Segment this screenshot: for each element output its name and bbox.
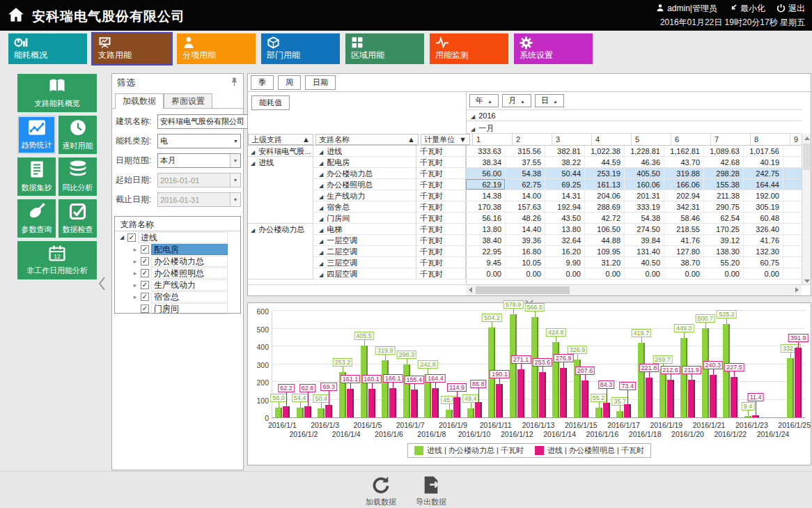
value-cell[interactable]: 315.56 <box>506 146 545 157</box>
nav-tab-department-energy[interactable]: 部门用能 <box>261 33 340 64</box>
value-cell[interactable]: 166.06 <box>664 179 704 190</box>
value-cell[interactable]: 161.13 <box>585 179 625 190</box>
branch-name-cell[interactable]: ◢门房间 <box>313 213 416 224</box>
field-control-2[interactable]: 本月▼ <box>157 153 241 168</box>
value-cell[interactable]: 288.69 <box>585 201 625 213</box>
day-column-header-2[interactable]: 2 <box>512 134 552 145</box>
value-cell[interactable]: 131.40 <box>625 246 664 257</box>
branch-name-cell[interactable]: ◢一层空调 <box>313 235 416 246</box>
value-cell[interactable]: 58.46 <box>664 213 704 224</box>
day-column-header-3[interactable]: 3 <box>552 134 591 145</box>
checkbox[interactable]: ✓ <box>141 281 149 289</box>
collapsed-arrow-icon[interactable]: ▸ <box>132 293 139 300</box>
parent-branch-cell[interactable] <box>248 179 313 190</box>
parent-branch-cell[interactable] <box>248 268 313 279</box>
value-cell[interactable]: 43.50 <box>545 213 585 224</box>
day-column-header-4[interactable]: 4 <box>591 134 631 145</box>
day-column-header-7[interactable]: 7 <box>710 134 750 145</box>
value-cell[interactable]: 290.75 <box>704 201 744 213</box>
value-cell-partial[interactable] <box>783 235 802 246</box>
value-cell[interactable]: 41.76 <box>744 235 783 246</box>
measure-chip[interactable]: 能耗值 <box>251 95 290 110</box>
value-cell[interactable]: 42.68 <box>704 157 744 168</box>
branch-name-cell[interactable]: ◢宿舍总 <box>313 201 416 213</box>
tree-node-生产线动力[interactable]: ▸✓生产线动力 <box>115 279 240 291</box>
sidebar-item-nonworkday-analysis[interactable]: 12非工作日用能分析 <box>17 241 97 279</box>
value-cell[interactable]: 138.30 <box>704 246 744 257</box>
pin-icon[interactable] <box>231 77 238 88</box>
value-cell[interactable]: 242.75 <box>744 168 783 179</box>
value-cell[interactable]: 333.63 <box>466 146 506 157</box>
column-chip-2[interactable]: 日▲ <box>535 94 564 107</box>
day-column-header-8[interactable]: 8 <box>750 134 790 145</box>
value-cell[interactable]: 1,162.81 <box>664 146 704 157</box>
home-icon[interactable] <box>7 6 25 26</box>
value-cell[interactable]: 54.38 <box>506 168 545 179</box>
value-cell[interactable]: 60.48 <box>744 213 783 224</box>
value-cell[interactable]: 0.00 <box>625 268 664 279</box>
value-cell[interactable]: 38.34 <box>466 157 506 168</box>
value-cell-partial[interactable] <box>783 224 802 235</box>
branch-name-cell[interactable]: ◢三层空调 <box>313 257 416 268</box>
value-cell[interactable]: 326.40 <box>744 224 783 235</box>
value-cell[interactable]: 14.40 <box>506 224 545 235</box>
load-data-button[interactable]: 加载数据 <box>366 475 396 507</box>
row-header-2[interactable]: 计量单位▼ <box>421 134 470 145</box>
value-cell[interactable]: 44.59 <box>585 157 625 168</box>
pivot-year-row[interactable]: ◢2016 <box>467 109 802 121</box>
column-chip-0[interactable]: 年▲ <box>469 94 499 107</box>
value-cell[interactable]: 60.75 <box>744 257 783 268</box>
scroll-down-icon[interactable] <box>804 279 810 283</box>
value-cell[interactable]: 192.94 <box>545 201 585 213</box>
parent-branch-cell[interactable] <box>248 235 313 246</box>
value-cell-partial[interactable] <box>783 179 802 190</box>
branch-name-cell[interactable]: ◢电梯 <box>313 224 416 235</box>
value-cell[interactable]: 0.00 <box>744 268 783 279</box>
tree-node-配电房[interactable]: ▸✓配电房 <box>115 243 240 255</box>
value-cell[interactable]: 62.19 <box>466 179 506 190</box>
value-cell-partial[interactable] <box>783 213 802 224</box>
nav-tab-energy-overview[interactable]: 能耗概况 <box>8 33 87 64</box>
value-cell[interactable]: 274.50 <box>625 224 664 235</box>
checkbox[interactable]: ✓ <box>127 233 136 242</box>
tree-node-办公楼照明总[interactable]: ▸✓办公楼照明总 <box>115 267 240 279</box>
value-cell[interactable]: 298.28 <box>704 168 744 179</box>
sidebar-collapse-chevron-icon[interactable] <box>97 276 106 293</box>
value-cell[interactable]: 0.00 <box>466 268 506 279</box>
filter-tab-load-data[interactable]: 加载数据 <box>115 93 164 109</box>
value-cell[interactable]: 1,228.81 <box>625 146 664 157</box>
value-cell[interactable]: 127.80 <box>664 246 704 257</box>
checkbox[interactable]: ✓ <box>141 269 149 277</box>
field-control-0[interactable]: 安科瑞电气股份有限公司▼ <box>157 114 254 129</box>
collapsed-arrow-icon[interactable]: ▸ <box>132 270 139 277</box>
sidebar-item-data-check[interactable]: 数据检查 <box>58 199 97 238</box>
value-cell[interactable]: 201.31 <box>625 190 664 201</box>
value-cell[interactable]: 39.84 <box>625 235 664 246</box>
value-cell-partial[interactable] <box>783 146 802 157</box>
value-cell[interactable]: 1,089.63 <box>704 146 744 157</box>
scrollbar-thumb[interactable] <box>803 144 810 170</box>
value-cell[interactable]: 13.80 <box>466 224 506 235</box>
value-cell-partial[interactable] <box>783 190 802 201</box>
expand-icon[interactable]: ◢ <box>118 234 125 240</box>
value-cell[interactable]: 62.75 <box>506 179 545 190</box>
branch-name-cell[interactable]: ◢办公楼动力总 <box>313 168 416 179</box>
value-cell[interactable]: 50.44 <box>545 168 585 179</box>
tree-node-门房间[interactable]: ✓门房间 <box>115 302 240 314</box>
nav-tab-system-settings[interactable]: 系统设置 <box>514 33 593 64</box>
collapsed-arrow-icon[interactable]: ▸ <box>132 258 139 265</box>
nav-tab-energy-monitor[interactable]: 用能监测 <box>430 33 508 64</box>
value-cell[interactable]: 40.19 <box>744 157 783 168</box>
scroll-left-icon[interactable] <box>469 287 472 293</box>
parent-branch-cell[interactable] <box>248 168 313 179</box>
value-cell[interactable]: 1,022.38 <box>585 146 625 157</box>
value-cell[interactable]: 48.26 <box>506 213 545 224</box>
user-menu[interactable]: admin|管理员 <box>656 3 717 15</box>
nav-tab-branch-energy[interactable]: 支路用能 <box>93 33 171 64</box>
nav-tab-subitem-energy[interactable]: 分项用能 <box>177 33 256 64</box>
value-cell[interactable]: 192.00 <box>744 190 783 201</box>
value-cell[interactable]: 164.44 <box>744 179 783 190</box>
nav-tab-region-energy[interactable]: 区域用能 <box>345 33 424 64</box>
value-cell-partial[interactable] <box>783 201 802 213</box>
value-cell[interactable]: 41.76 <box>664 235 704 246</box>
